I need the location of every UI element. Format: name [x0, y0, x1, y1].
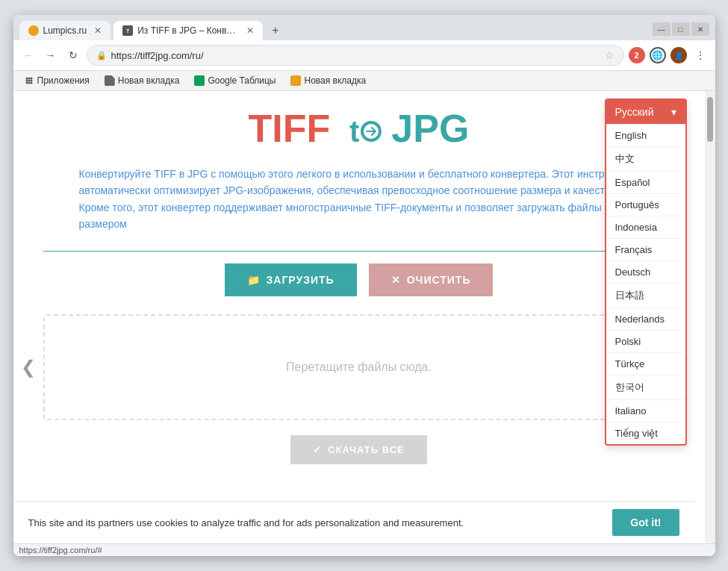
- language-option[interactable]: 日本語: [606, 283, 685, 308]
- bookmark-new1-label: Новая вкладка: [118, 75, 180, 86]
- upload-button[interactable]: 📁 ЗАГРУЗИТЬ: [225, 263, 357, 296]
- bookmark-star-icon: ☆: [605, 49, 615, 61]
- bookmark-sheets[interactable]: Google Таблицы: [190, 74, 280, 87]
- upload-icon: 📁: [247, 274, 261, 286]
- tab-tiff-close[interactable]: ✕: [246, 25, 254, 36]
- drop-text: Перетащите файлы сюда.: [286, 361, 432, 373]
- language-option[interactable]: Polski: [606, 330, 685, 352]
- browser-right-icons: 2 🌐 👤 ⋮: [629, 46, 709, 64]
- tab-lumpics[interactable]: Lumpics.ru ✕: [19, 21, 111, 40]
- arrow-icon: [364, 124, 379, 139]
- to-logo-text: t: [341, 115, 392, 148]
- clear-button[interactable]: ✕ ОЧИСТИТЬ: [369, 263, 494, 296]
- cookie-accept-button[interactable]: Got it!: [612, 509, 679, 536]
- chevron-down-icon: ▾: [671, 106, 676, 118]
- language-selected[interactable]: Русский ▾: [606, 100, 685, 124]
- drop-area[interactable]: Перетащите файлы сюда.: [43, 314, 675, 420]
- window-controls: — □ ✕: [653, 22, 709, 39]
- site-description: Конвертируйте TIFF в JPG с помощью этого…: [79, 166, 639, 233]
- tiff-favicon: T: [122, 25, 133, 36]
- tab-tiff[interactable]: T Из TIFF в JPG – Конвертирова... ✕: [113, 21, 263, 40]
- forward-button[interactable]: →: [42, 46, 60, 64]
- bookmark-sheets-label: Google Таблицы: [208, 75, 276, 86]
- language-option[interactable]: Türkçe: [606, 352, 685, 375]
- language-option[interactable]: Português: [606, 193, 685, 216]
- apps-icon: [24, 75, 34, 86]
- scrollbar[interactable]: [705, 91, 715, 543]
- photo-icon: [290, 75, 301, 86]
- profile-icon[interactable]: 👤: [671, 47, 687, 63]
- refresh-button[interactable]: ↻: [64, 46, 82, 64]
- bookmark-apps[interactable]: Приложения: [19, 74, 94, 87]
- drop-area-container: ❮ Перетащите файлы сюда.: [43, 314, 675, 420]
- url-text: https://tiff2jpg.com/ru/: [111, 50, 600, 61]
- clear-icon: ✕: [391, 274, 401, 286]
- download-all-label: СКАЧАТЬ ВСЕ: [328, 444, 404, 455]
- status-url: https://tiff2jpg.com/ru/#: [19, 546, 102, 555]
- status-bar: https://tiff2jpg.com/ru/#: [13, 543, 715, 556]
- language-option[interactable]: Español: [606, 171, 685, 193]
- globe-icon[interactable]: 🌐: [650, 47, 666, 63]
- tab-lumpics-close[interactable]: ✕: [94, 25, 102, 36]
- scrollbar-thumb[interactable]: [707, 97, 713, 142]
- cookie-bar: This site and its partners use cookies t…: [13, 501, 694, 543]
- lumpics-favicon: [28, 25, 39, 36]
- page-content: TIFF t JPG Конвертируйте TIFF в JPG с по…: [13, 91, 715, 543]
- sheets-icon: [194, 75, 205, 86]
- checkmark-icon: ✓: [313, 444, 322, 455]
- back-button[interactable]: ←: [19, 46, 37, 64]
- clear-button-label: ОЧИСТИТЬ: [407, 274, 471, 286]
- page-scroll: TIFF t JPG Конвертируйте TIFF в JPG с по…: [13, 91, 705, 543]
- doc-icon: [105, 75, 115, 86]
- divider: [43, 251, 675, 252]
- language-option[interactable]: Tiếng việt: [606, 422, 685, 444]
- language-option[interactable]: 한국어: [606, 375, 685, 399]
- language-options-list: English中文EspañolPortuguêsIndonesiaFrança…: [606, 124, 685, 444]
- maximize-button[interactable]: □: [672, 22, 690, 36]
- bookmark-apps-label: Приложения: [37, 75, 90, 86]
- left-arrow-button[interactable]: ❮: [21, 357, 36, 378]
- action-buttons: 📁 ЗАГРУЗИТЬ ✕ ОЧИСТИТЬ: [43, 263, 675, 296]
- extension-badge[interactable]: 2: [629, 47, 645, 63]
- language-option[interactable]: Français: [606, 238, 685, 260]
- site-title: TIFF t JPG: [43, 106, 675, 151]
- language-option[interactable]: Nederlands: [606, 308, 685, 330]
- language-option[interactable]: Italiano: [606, 399, 685, 422]
- tab-lumpics-label: Lumpics.ru: [43, 25, 87, 36]
- bookmark-new1[interactable]: Новая вкладка: [100, 74, 184, 87]
- url-bar[interactable]: 🔒 https://tiff2jpg.com/ru/ ☆: [87, 45, 624, 66]
- language-option[interactable]: 中文: [606, 146, 685, 171]
- title-bar: Lumpics.ru ✕ T Из TIFF в JPG – Конвертир…: [13, 15, 715, 40]
- browser-window: Lumpics.ru ✕ T Из TIFF в JPG – Конвертир…: [13, 15, 715, 556]
- close-button[interactable]: ✕: [691, 22, 709, 36]
- tab-tiff-label: Из TIFF в JPG – Конвертирова...: [137, 25, 239, 36]
- language-option[interactable]: English: [606, 124, 685, 146]
- jpg-logo-text: JPG: [391, 107, 469, 150]
- selected-language-label: Русский: [615, 106, 654, 118]
- download-all-button[interactable]: ✓ СКАЧАТЬ ВСЕ: [290, 435, 426, 464]
- lock-icon: 🔒: [96, 51, 107, 60]
- language-option[interactable]: Deutsch: [606, 260, 685, 283]
- new-tab-button[interactable]: +: [266, 21, 284, 40]
- website-body: TIFF t JPG Конвертируйте TIFF в JPG с по…: [13, 91, 705, 479]
- minimize-button[interactable]: —: [653, 22, 671, 36]
- menu-icon[interactable]: ⋮: [691, 46, 709, 64]
- bookmarks-bar: Приложения Новая вкладка Google Таблицы …: [13, 71, 715, 91]
- language-option[interactable]: Indonesia: [606, 216, 685, 238]
- bookmark-new2[interactable]: Новая вкладка: [286, 74, 370, 87]
- language-dropdown[interactable]: Русский ▾ English中文EspañolPortuguêsIndon…: [605, 99, 687, 446]
- tiff-logo-text: TIFF: [249, 107, 331, 150]
- bookmark-new2-label: Новая вкладка: [304, 75, 366, 86]
- cookie-text: This site and its partners use cookies t…: [28, 517, 464, 528]
- upload-button-label: ЗАГРУЗИТЬ: [267, 274, 335, 286]
- address-bar: ← → ↻ 🔒 https://tiff2jpg.com/ru/ ☆ 2 🌐 👤…: [13, 40, 715, 71]
